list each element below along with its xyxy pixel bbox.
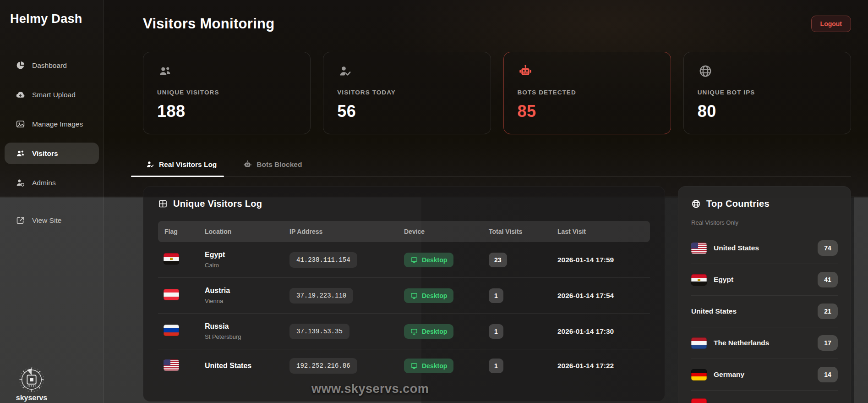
egypt-flag-icon (691, 274, 707, 286)
users-icon (16, 149, 25, 158)
list-item (691, 391, 838, 403)
logout-button[interactable]: Logout (811, 16, 851, 32)
sidebar-item-label: Admins (32, 179, 56, 187)
country-count-badge: 17 (818, 335, 838, 351)
stat-value: 56 (337, 102, 476, 121)
sidebar-item-manage-images[interactable]: Manage Images (5, 113, 99, 135)
device-badge: Desktop (404, 324, 453, 339)
cloud-upload-icon (16, 90, 25, 99)
image-icon (16, 119, 25, 129)
panel-title: Unique Visitors Log (173, 199, 262, 209)
stat-card-unique-bot-ips: UNIQUE BOT IPS 80 (683, 52, 851, 134)
stat-label: UNIQUE VISITORS (157, 89, 296, 96)
tab-bots-blocked[interactable]: Bots Blocked (240, 158, 305, 177)
last-visit-time: 2026-01-14 17:30 (557, 327, 614, 335)
sidebar-item-admins[interactable]: Admins (5, 172, 99, 193)
app-title: Helmy Dash (0, 0, 104, 26)
column-header-flag: Flag (158, 221, 199, 242)
stat-value: 188 (157, 102, 296, 121)
user-check-icon (337, 64, 353, 78)
country-name: Egypt (714, 276, 818, 284)
tab-label: Real Visitors Log (159, 160, 217, 169)
stat-label: UNIQUE BOT IPS (698, 89, 837, 96)
total-visits-badge: 1 (489, 359, 503, 373)
table-row: Egypt Cairo 41.238.111.154 Desktop 23 20… (158, 242, 650, 278)
country-name: United States (714, 244, 818, 252)
us-flag-icon (691, 243, 707, 254)
table-row: Austria Vienna 37.19.223.110 Desktop 1 2… (158, 278, 650, 314)
netherlands-flag-icon (691, 337, 707, 349)
stat-card-bots-detected: BOTS DETECTED 85 (503, 52, 671, 134)
last-visit-time: 2026-01-14 17:59 (557, 256, 614, 264)
us-flag-icon (164, 359, 179, 371)
unique-visitors-log-panel: Unique Visitors Log Flag Location IP Add… (143, 186, 665, 402)
egypt-flag-icon (164, 253, 179, 265)
visitor-city: Cairo (205, 262, 278, 269)
sidebar-item-dashboard[interactable]: Dashboard (5, 55, 99, 76)
table-header-row: Flag Location IP Address Device Total Vi… (158, 221, 650, 242)
sidebar-item-label: Visitors (32, 149, 58, 158)
russia-flag-icon (164, 325, 179, 336)
monitor-icon (410, 362, 418, 370)
list-item: United States 21 (691, 296, 838, 327)
country-count-badge: 14 (818, 367, 838, 382)
ip-address: 37.19.223.110 (289, 288, 353, 304)
brand-logo: skyservs (6, 365, 57, 402)
country-count-badge: 41 (818, 272, 838, 287)
device-label: Desktop (422, 328, 447, 335)
column-header-location: Location (199, 221, 284, 242)
main-content: Visitors Monitoring Logout UNIQUE VISITO… (104, 0, 868, 403)
sidebar-item-visitors[interactable]: Visitors (5, 143, 99, 164)
logo-text: skyservs (6, 394, 57, 402)
country-count-badge: 74 (818, 240, 838, 256)
stat-label: BOTS DETECTED (518, 89, 657, 96)
device-badge: Desktop (404, 288, 453, 303)
total-visits-badge: 23 (489, 253, 507, 267)
stat-value: 80 (698, 102, 837, 121)
external-link-icon (16, 215, 25, 225)
monitor-icon (410, 328, 418, 335)
users-icon (157, 64, 173, 78)
robot-icon (243, 160, 252, 169)
panel-subtitle: Real Visitors Only (691, 219, 838, 226)
sidebar-nav: Dashboard Smart Upload Manage Images Vis… (0, 55, 104, 231)
user-check-icon (146, 160, 154, 169)
user-shield-icon (16, 178, 25, 188)
robot-icon (518, 64, 533, 78)
table-grid-icon (158, 199, 168, 209)
country-list: United States 74 Egypt 41 United States … (691, 232, 838, 403)
last-visit-time: 2026-01-14 17:22 (557, 362, 614, 370)
panel-title: Top Countries (706, 199, 770, 209)
list-item: The Netherlands 17 (691, 327, 838, 359)
monitor-icon (410, 256, 418, 264)
site-watermark: www.skyservs.com (311, 382, 429, 396)
column-header-total-visits: Total Visits (483, 221, 552, 242)
ip-address: 41.238.111.154 (289, 252, 357, 268)
stat-value: 85 (518, 102, 657, 121)
stat-card-unique-visitors: UNIQUE VISITORS 188 (143, 52, 311, 134)
page-header: Visitors Monitoring Logout (143, 16, 851, 32)
tab-real-visitors-log[interactable]: Real Visitors Log (143, 158, 219, 177)
ip-address: 37.139.53.35 (289, 324, 349, 339)
visitor-city: St Petersburg (205, 333, 278, 340)
sidebar-item-label: Manage Images (32, 120, 83, 128)
stat-label: VISITORS TODAY (337, 89, 476, 96)
last-visit-time: 2026-01-14 17:54 (557, 292, 614, 299)
table-row: United States 192.252.216.86 Desktop 1 2… (158, 349, 650, 383)
country-name: United States (691, 307, 818, 315)
sidebar-item-view-site[interactable]: View Site (5, 210, 99, 231)
monitor-icon (410, 292, 418, 299)
globe-icon (691, 199, 701, 209)
country-count-badge: 21 (818, 304, 838, 319)
pie-chart-icon (16, 61, 25, 70)
ip-address: 192.252.216.86 (289, 358, 357, 374)
visitor-city: Vienna (205, 298, 278, 304)
device-label: Desktop (422, 256, 447, 264)
column-header-device: Device (399, 221, 483, 242)
sidebar-item-label: Smart Upload (32, 91, 76, 99)
total-visits-badge: 1 (489, 324, 503, 339)
sidebar-item-smart-upload[interactable]: Smart Upload (5, 84, 99, 105)
germany-flag-icon (691, 369, 707, 381)
column-header-ip: IP Address (284, 221, 399, 242)
device-badge: Desktop (404, 253, 453, 267)
